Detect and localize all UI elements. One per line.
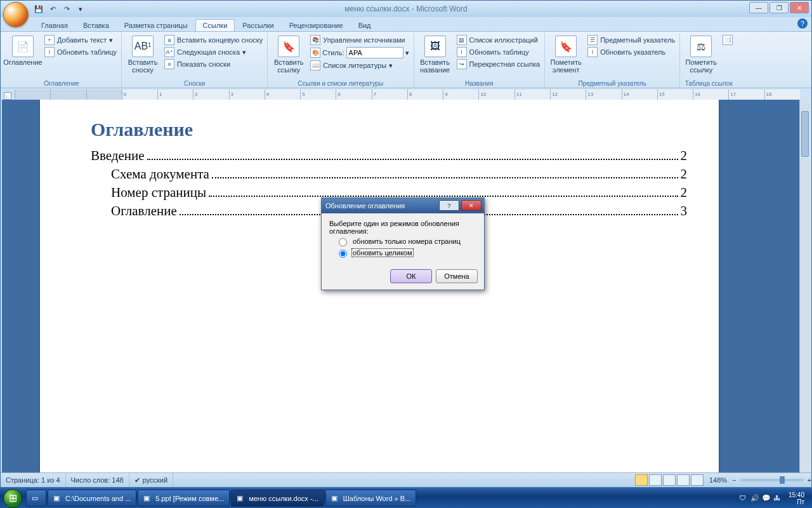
taskbar-item[interactable]: ▣C:\Documents and ... xyxy=(48,490,136,507)
taskbar-item[interactable]: ▣5.ppt [Режим совме... xyxy=(138,490,230,507)
mark-entry-button[interactable]: 🔖 Пометить элемент xyxy=(547,34,584,77)
view-web[interactable] xyxy=(663,474,676,486)
next-footnote-button[interactable]: A⁺Следующая сноска ▾ xyxy=(162,46,265,58)
radio-page-numbers[interactable] xyxy=(339,238,347,246)
mark-citation-button[interactable]: ⚖ Пометить ссылку xyxy=(683,34,719,77)
view-outline[interactable] xyxy=(677,474,690,486)
scrollbar-thumb[interactable] xyxy=(801,111,809,157)
cancel-button[interactable]: Отмена xyxy=(436,269,478,283)
option-entire-label: обновить целиком xyxy=(352,249,413,257)
tab-layout[interactable]: Разметка страницы xyxy=(117,19,195,31)
option-entire[interactable]: обновить целиком xyxy=(336,248,476,258)
tab-home[interactable]: Главная xyxy=(34,19,75,31)
view-print-layout[interactable] xyxy=(635,474,648,486)
insert-index-button[interactable]: ☰Предметный указатель xyxy=(586,34,677,46)
office-button[interactable] xyxy=(3,2,29,27)
option-page-numbers[interactable]: обновить только номера страниц xyxy=(336,236,476,246)
tray-icon[interactable]: 🖧 xyxy=(773,494,782,503)
manage-sources-label: Управление источниками xyxy=(323,36,405,44)
taskbar-item[interactable]: ▣Шаблоны Word » В... xyxy=(325,490,417,507)
vertical-scrollbar[interactable] xyxy=(799,100,810,473)
style-select[interactable] xyxy=(346,47,403,58)
insert-citation-button[interactable]: 🔖 Вставить ссылку xyxy=(270,34,307,77)
authorities-extra-button[interactable]: 📑 xyxy=(721,34,735,46)
style-label: Стиль: xyxy=(322,49,344,57)
undo-icon[interactable]: ↶ xyxy=(48,4,58,14)
redo-icon[interactable]: ↷ xyxy=(62,4,72,14)
zoom-level[interactable]: 148% xyxy=(704,476,732,484)
tab-view[interactable]: Вид xyxy=(351,19,379,31)
view-draft[interactable] xyxy=(691,474,704,486)
tab-insert[interactable]: Вставка xyxy=(75,19,117,31)
qat-dropdown-icon[interactable]: ▾ xyxy=(75,4,86,14)
citation-style-row: 🎨 Стиль: ▾ xyxy=(308,46,410,59)
toc-entry[interactable]: Введение2 xyxy=(91,148,687,164)
view-full-screen[interactable] xyxy=(649,474,662,486)
toc-label: Оглавление xyxy=(3,58,42,66)
maximize-button[interactable]: ❐ xyxy=(769,2,789,13)
insert-caption-button[interactable]: 🖼 Вставить название xyxy=(417,34,454,77)
insert-footnote-button[interactable]: AB¹ Вставить сноску xyxy=(124,34,161,77)
zoom-slider[interactable] xyxy=(740,479,804,481)
status-lang[interactable]: ✔русский xyxy=(129,473,173,487)
quick-launch[interactable]: ▭ xyxy=(26,490,46,507)
manage-sources-button[interactable]: 📚Управление источниками xyxy=(308,34,410,46)
next-footnote-icon: A⁺ xyxy=(164,47,174,57)
tab-selector[interactable]: ∟ xyxy=(4,92,11,100)
table-of-figures-button[interactable]: ▤Список иллюстраций xyxy=(455,34,542,46)
cross-reference-button[interactable]: ↪Перекрестная ссылка xyxy=(455,58,542,70)
group-citations: 🔖 Вставить ссылку 📚Управление источникам… xyxy=(268,33,414,88)
tab-review[interactable]: Рецензирование xyxy=(282,19,351,31)
mark-citation-icon: ⚖ xyxy=(690,36,712,57)
bibliography-button[interactable]: 📖Список литературы ▾ xyxy=(308,60,410,71)
minimize-button[interactable]: — xyxy=(749,2,768,13)
status-page[interactable]: Страница: 1 из 4 xyxy=(1,473,66,487)
app-icon: ▣ xyxy=(53,494,62,503)
tray-icon[interactable]: 🔊 xyxy=(750,494,759,503)
update-index-button[interactable]: !Обновить указатель xyxy=(586,46,677,58)
update-figures-button[interactable]: !Обновить таблицу xyxy=(455,46,542,58)
toc-leader xyxy=(212,177,678,178)
show-footnotes-label: Показать сноски xyxy=(177,60,230,68)
close-button[interactable]: ✕ xyxy=(790,2,809,13)
group-index-label: Предметный указатель xyxy=(545,80,679,87)
taskbar-item[interactable]: ▣меню ссылки.docx -... xyxy=(231,490,324,507)
tab-mailings[interactable]: Рассылки xyxy=(235,19,281,31)
ok-button[interactable]: ОК xyxy=(390,269,432,283)
update-toc-button[interactable]: !Обновить таблицу xyxy=(43,46,119,58)
radio-entire[interactable] xyxy=(339,250,347,258)
save-icon[interactable]: 💾 xyxy=(34,4,44,14)
dialog-close-button[interactable]: ✕ xyxy=(461,200,481,211)
start-button[interactable]: ⊞ xyxy=(0,488,25,508)
group-footnotes: AB¹ Вставить сноску aВставить концевую с… xyxy=(122,33,268,88)
zoom-in-button[interactable]: + xyxy=(808,476,811,484)
group-index: 🔖 Пометить элемент ☰Предметный указатель… xyxy=(545,33,680,88)
group-toc-label: Оглавление xyxy=(2,80,121,87)
update-toc-icon: ! xyxy=(44,47,55,57)
toc-entry-page: 3 xyxy=(681,203,688,219)
footnote-icon: AB¹ xyxy=(132,36,154,57)
dialog-title: Обновление оглавления xyxy=(325,202,405,210)
tray-icon[interactable]: 💬 xyxy=(762,494,771,503)
toc-entry[interactable]: Схема документа2 xyxy=(91,166,687,182)
taskbar-item-label: Шаблоны Word » В... xyxy=(343,495,411,502)
status-lang-label: русский xyxy=(143,476,167,484)
toc-entry-text: Оглавление xyxy=(111,203,177,219)
show-footnotes-button[interactable]: ≡Показать сноски xyxy=(162,58,265,70)
dialog-titlebar[interactable]: Обновление оглавления ? ✕ xyxy=(322,198,484,213)
tray-icon[interactable]: 🛡 xyxy=(739,494,748,503)
status-words[interactable]: Число слов: 148 xyxy=(66,473,129,487)
group-captions: 🖼 Вставить название ▤Список иллюстраций … xyxy=(414,33,546,88)
zoom-out-button[interactable]: − xyxy=(732,476,736,484)
dialog-help-button[interactable]: ? xyxy=(439,200,459,211)
insert-endnote-button[interactable]: aВставить концевую сноску xyxy=(162,34,265,46)
zoom-slider-handle[interactable] xyxy=(780,476,785,484)
toc-button[interactable]: 📄 Оглавление xyxy=(4,34,41,77)
index-label: Предметный указатель xyxy=(600,36,675,44)
taskbar-clock[interactable]: 15:40 Пт xyxy=(785,491,808,505)
add-text-button[interactable]: +Добавить текст ▾ xyxy=(43,34,119,46)
update-toc-label: Обновить таблицу xyxy=(57,48,117,56)
help-icon[interactable]: ? xyxy=(797,18,808,29)
tab-references[interactable]: Ссылки xyxy=(195,19,235,31)
chevron-down-icon[interactable]: ▾ xyxy=(405,49,409,57)
